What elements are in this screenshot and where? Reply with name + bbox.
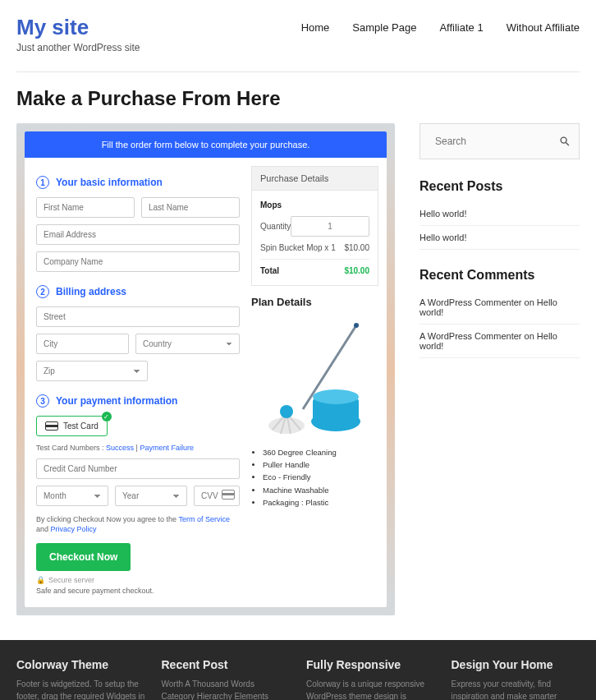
purchase-total: Total$10.00 <box>260 263 369 279</box>
qty-label: Quantity <box>260 222 291 231</box>
check-icon: ✓ <box>102 412 112 421</box>
nav-sample-page[interactable]: Sample Page <box>352 21 416 34</box>
card-back-icon <box>222 490 235 500</box>
section-payment-label: Your payment information <box>56 395 177 407</box>
bullet-item: Packaging : Plastic <box>263 496 378 509</box>
last-name-field[interactable] <box>141 197 240 218</box>
checkout-button[interactable]: Checkout Now <box>36 543 131 571</box>
privacy-link[interactable]: Privacy Policy <box>51 525 97 533</box>
test-card-label: Test Card <box>63 421 99 431</box>
svg-line-12 <box>566 142 569 145</box>
card-icon <box>45 421 58 431</box>
list-item[interactable]: A WordPress Commenter on Hello world! <box>419 325 580 358</box>
plan-details-title: Plan Details <box>251 296 378 308</box>
email-field[interactable] <box>36 224 240 245</box>
footer-col-2: Recent PostWorth A Thousand Words Catego… <box>162 658 291 700</box>
bullet-item: Puller Handle <box>263 458 378 471</box>
section-billing-label: Billing address <box>56 286 126 297</box>
recent-posts-list: Hello world! Hello world! <box>419 202 580 250</box>
main-nav: Home Sample Page Affiliate 1 Without Aff… <box>301 15 580 34</box>
qty-input[interactable] <box>291 216 369 237</box>
cc-number-field[interactable] <box>36 458 240 479</box>
test-card-note: Test Card Numbers : Success | Payment Fa… <box>36 443 240 454</box>
section-billing: 2Billing address <box>36 285 240 298</box>
bullet-item: 360 Degree Cleaning <box>263 446 378 458</box>
site-tagline: Just another WordPress site <box>16 42 140 53</box>
footer-col-1: Colorway ThemeFooter is widgetized. To s… <box>16 658 145 700</box>
first-name-field[interactable] <box>36 197 135 218</box>
purchase-item: Mops <box>260 197 369 213</box>
search-icon[interactable] <box>559 136 571 147</box>
order-banner: Fill the order form below to complete yo… <box>25 131 387 158</box>
product-image <box>251 315 378 446</box>
cc-month-select[interactable]: Month <box>36 486 108 506</box>
purchase-details-head: Purchase Details <box>251 166 378 191</box>
svg-point-10 <box>280 405 293 418</box>
search-input[interactable] <box>429 131 542 152</box>
section-basic-info: 1Your basic information <box>36 176 240 189</box>
section-payment: 3Your payment information <box>36 394 240 408</box>
purchase-line: Spin Bucket Mop x 1$10.00 <box>260 240 369 256</box>
test-failure-link[interactable]: Payment Failure <box>140 444 194 452</box>
safe-text: Safe and secure payment checkout. <box>36 586 240 596</box>
section-basic-info-label: Your basic information <box>56 177 163 188</box>
search-box[interactable] <box>419 123 580 159</box>
nav-without-affiliate[interactable]: Without Affiliate <box>507 21 580 34</box>
country-select[interactable]: Country <box>135 334 240 354</box>
nav-home[interactable]: Home <box>301 21 330 34</box>
agree-text: By clicking Checkout Now you agree to th… <box>36 514 240 535</box>
list-item[interactable]: Hello world! <box>419 226 580 250</box>
recent-comments-title: Recent Comments <box>419 268 580 283</box>
list-item[interactable]: Hello world! <box>419 202 580 226</box>
page-title: Make a Purchase From Here <box>16 87 580 110</box>
recent-posts-title: Recent Posts <box>419 179 580 194</box>
svg-point-5 <box>268 417 305 434</box>
test-card-badge[interactable]: Test Card ✓ <box>36 416 108 436</box>
tos-link[interactable]: Term of Service <box>178 515 230 523</box>
list-item[interactable]: A WordPress Commenter on Hello world! <box>419 291 580 325</box>
city-field[interactable] <box>36 334 129 354</box>
site-title[interactable]: My site <box>16 15 140 40</box>
svg-point-4 <box>313 389 359 404</box>
street-field[interactable] <box>36 306 240 327</box>
site-logo: My site Just another WordPress site <box>16 15 140 53</box>
footer-col-3: Fully ResponsiveColorway is a unique res… <box>306 658 435 700</box>
order-form-wrap: Fill the order form below to complete yo… <box>16 123 395 615</box>
svg-point-1 <box>354 323 359 328</box>
plan-bullets: 360 Degree Cleaning Puller Handle Eco - … <box>251 446 378 509</box>
bullet-item: Eco - Friendly <box>263 471 378 483</box>
lock-icon: 🔒 <box>36 576 45 584</box>
purchase-qty-row: Quantity <box>260 213 369 240</box>
zip-select[interactable]: Zip <box>36 361 148 381</box>
nav-affiliate-1[interactable]: Affiliate 1 <box>439 21 483 34</box>
recent-comments-list: A WordPress Commenter on Hello world! A … <box>419 291 580 358</box>
footer-col-4: Design Your HomeExpress your creativity,… <box>452 658 580 700</box>
cc-year-select[interactable]: Year <box>115 486 187 506</box>
header-divider <box>16 71 580 72</box>
test-success-link[interactable]: Success <box>106 444 134 452</box>
bullet-item: Machine Washable <box>263 484 378 496</box>
secure-server: 🔒Secure server <box>36 576 240 584</box>
company-field[interactable] <box>36 251 240 272</box>
svg-point-11 <box>561 137 566 143</box>
